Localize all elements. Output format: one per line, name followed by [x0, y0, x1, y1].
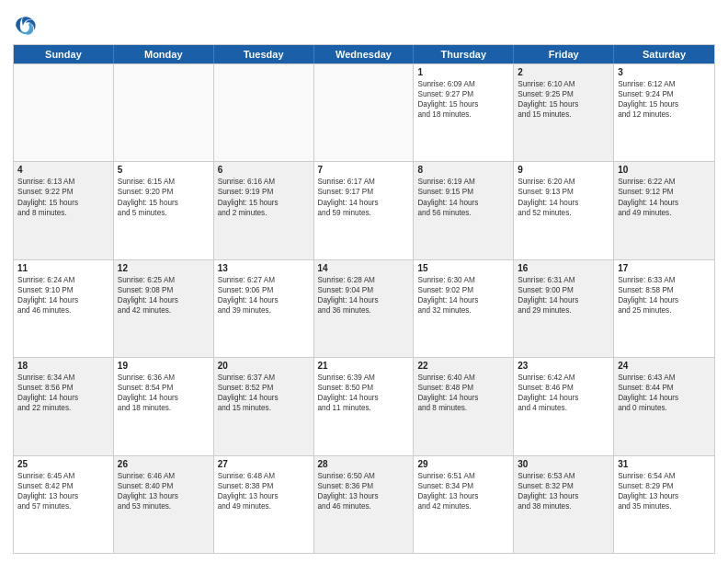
cell-info-line: and 35 minutes.: [618, 501, 711, 511]
calendar-cell: 9Sunrise: 6:20 AMSunset: 9:13 PMDaylight…: [514, 162, 614, 259]
calendar-cell: 3Sunrise: 6:12 AMSunset: 9:24 PMDaylight…: [614, 64, 714, 161]
calendar-cell: [314, 64, 415, 161]
cell-info-line: Sunrise: 6:28 AM: [318, 275, 410, 285]
cell-info-line: and 18 minutes.: [417, 109, 509, 120]
calendar-cell: [14, 64, 114, 161]
cell-info-line: and 0 minutes.: [618, 403, 711, 413]
calendar-cell: 21Sunrise: 6:39 AMSunset: 8:50 PMDayligh…: [314, 358, 415, 454]
calendar-body: 1Sunrise: 6:09 AMSunset: 9:27 PMDaylight…: [14, 63, 714, 553]
cell-info-line: Sunrise: 6:13 AM: [17, 177, 109, 187]
calendar-cell: 30Sunrise: 6:53 AMSunset: 8:32 PMDayligh…: [514, 456, 614, 553]
cell-info-line: Daylight: 15 hours: [518, 99, 609, 109]
cell-info-line: and 52 minutes.: [518, 208, 609, 218]
day-number: 26: [118, 459, 210, 469]
day-number: 17: [618, 263, 711, 273]
cell-info-line: Daylight: 13 hours: [318, 491, 410, 501]
cell-info-line: Sunrise: 6:51 AM: [417, 471, 509, 481]
cell-info-line: and 46 minutes.: [318, 501, 410, 511]
day-number: 6: [218, 165, 310, 175]
cell-info-line: and 8 minutes.: [17, 208, 109, 218]
cell-info-line: Daylight: 14 hours: [318, 295, 410, 305]
calendar: SundayMondayTuesdayWednesdayThursdayFrid…: [13, 44, 715, 554]
day-number: 9: [518, 165, 609, 175]
cell-info-line: Sunrise: 6:43 AM: [618, 373, 711, 383]
cell-info-line: Sunset: 8:58 PM: [618, 285, 711, 295]
cell-info-line: and 25 minutes.: [618, 305, 711, 316]
page: SundayMondayTuesdayWednesdayThursdayFrid…: [0, 0, 728, 563]
cell-info-line: and 18 minutes.: [118, 403, 210, 413]
header-day-friday: Friday: [514, 45, 614, 63]
cell-info-line: Daylight: 14 hours: [518, 393, 609, 403]
day-number: 23: [518, 361, 609, 371]
cell-info-line: and 29 minutes.: [518, 305, 609, 316]
cell-info-line: and 15 minutes.: [518, 109, 609, 120]
calendar-cell: 12Sunrise: 6:25 AMSunset: 9:08 PMDayligh…: [114, 260, 214, 357]
cell-info-line: Daylight: 14 hours: [417, 198, 509, 208]
cell-info-line: and 39 minutes.: [218, 305, 310, 316]
cell-info-line: Sunrise: 6:16 AM: [218, 177, 310, 187]
cell-info-line: and 15 minutes.: [218, 403, 310, 413]
day-number: 11: [17, 263, 109, 273]
cell-info-line: Sunset: 9:20 PM: [118, 187, 210, 197]
calendar-cell: 24Sunrise: 6:43 AMSunset: 8:44 PMDayligh…: [614, 358, 714, 454]
cell-info-line: Daylight: 14 hours: [17, 295, 109, 305]
cell-info-line: Sunset: 8:29 PM: [618, 481, 711, 491]
header-day-saturday: Saturday: [614, 45, 714, 63]
cell-info-line: Sunrise: 6:12 AM: [618, 79, 711, 89]
calendar-week-2: 4Sunrise: 6:13 AMSunset: 9:22 PMDaylight…: [14, 161, 714, 259]
cell-info-line: and 49 minutes.: [618, 208, 711, 218]
cell-info-line: Sunrise: 6:36 AM: [118, 373, 210, 383]
day-number: 5: [118, 165, 210, 175]
cell-info-line: Sunrise: 6:27 AM: [218, 275, 310, 285]
header-day-thursday: Thursday: [414, 45, 514, 63]
header-day-wednesday: Wednesday: [314, 45, 415, 63]
cell-info-line: Sunset: 9:19 PM: [218, 187, 310, 197]
day-number: 3: [618, 67, 711, 77]
day-number: 4: [17, 165, 109, 175]
cell-info-line: Daylight: 14 hours: [118, 295, 210, 305]
cell-info-line: Sunset: 8:38 PM: [218, 481, 310, 491]
calendar-cell: 22Sunrise: 6:40 AMSunset: 8:48 PMDayligh…: [414, 358, 514, 454]
cell-info-line: and 42 minutes.: [118, 305, 210, 316]
cell-info-line: Daylight: 14 hours: [618, 295, 711, 305]
header-day-tuesday: Tuesday: [214, 45, 314, 63]
calendar-cell: 1Sunrise: 6:09 AMSunset: 9:27 PMDaylight…: [414, 64, 514, 161]
cell-info-line: Sunrise: 6:33 AM: [618, 275, 711, 285]
cell-info-line: Sunset: 8:40 PM: [118, 481, 210, 491]
calendar-week-1: 1Sunrise: 6:09 AMSunset: 9:27 PMDaylight…: [14, 63, 714, 161]
cell-info-line: Sunset: 9:12 PM: [618, 187, 711, 197]
day-number: 13: [218, 263, 310, 273]
day-number: 8: [417, 165, 509, 175]
cell-info-line: Sunrise: 6:20 AM: [518, 177, 609, 187]
cell-info-line: and 22 minutes.: [17, 403, 109, 413]
cell-info-line: Daylight: 13 hours: [118, 491, 210, 501]
cell-info-line: Sunset: 8:44 PM: [618, 383, 711, 393]
cell-info-line: Sunset: 8:52 PM: [218, 383, 310, 393]
cell-info-line: Daylight: 13 hours: [618, 491, 711, 501]
cell-info-line: Sunrise: 6:37 AM: [218, 373, 310, 383]
cell-info-line: and 53 minutes.: [118, 501, 210, 511]
cell-info-line: Sunset: 8:54 PM: [118, 383, 210, 393]
calendar-cell: 4Sunrise: 6:13 AMSunset: 9:22 PMDaylight…: [14, 162, 114, 259]
cell-info-line: and 2 minutes.: [218, 208, 310, 218]
calendar-cell: 17Sunrise: 6:33 AMSunset: 8:58 PMDayligh…: [614, 260, 714, 357]
calendar-cell: 5Sunrise: 6:15 AMSunset: 9:20 PMDaylight…: [114, 162, 214, 259]
cell-info-line: Sunrise: 6:53 AM: [518, 471, 609, 481]
cell-info-line: Sunset: 9:04 PM: [318, 285, 410, 295]
calendar-cell: 23Sunrise: 6:42 AMSunset: 8:46 PMDayligh…: [514, 358, 614, 454]
cell-info-line: and 38 minutes.: [518, 501, 609, 511]
cell-info-line: Sunrise: 6:19 AM: [417, 177, 509, 187]
cell-info-line: Sunset: 9:00 PM: [518, 285, 609, 295]
cell-info-line: Daylight: 14 hours: [518, 198, 609, 208]
cell-info-line: Daylight: 15 hours: [618, 99, 711, 109]
cell-info-line: Daylight: 14 hours: [218, 295, 310, 305]
cell-info-line: Sunset: 8:48 PM: [417, 383, 509, 393]
cell-info-line: Sunrise: 6:25 AM: [118, 275, 210, 285]
cell-info-line: Daylight: 15 hours: [417, 99, 509, 109]
cell-info-line: Daylight: 13 hours: [518, 491, 609, 501]
calendar-cell: 16Sunrise: 6:31 AMSunset: 9:00 PMDayligh…: [514, 260, 614, 357]
calendar-cell: 10Sunrise: 6:22 AMSunset: 9:12 PMDayligh…: [614, 162, 714, 259]
cell-info-line: Sunset: 9:24 PM: [618, 89, 711, 99]
cell-info-line: Sunset: 9:08 PM: [118, 285, 210, 295]
calendar-cell: 25Sunrise: 6:45 AMSunset: 8:42 PMDayligh…: [14, 456, 114, 553]
